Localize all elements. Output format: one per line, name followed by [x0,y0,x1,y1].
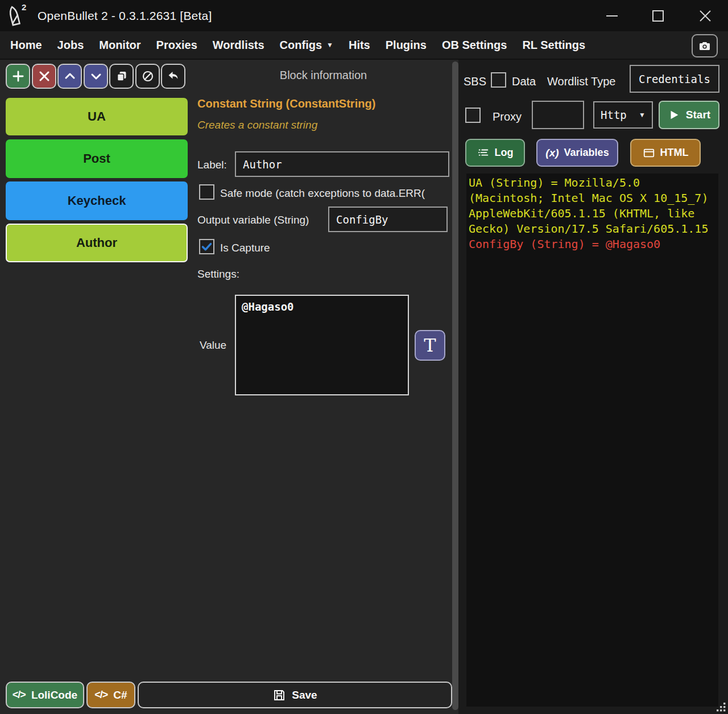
menu-ob-settings[interactable]: OB Settings [442,39,507,52]
title-bar: 2 OpenBullet 2 - 0.3.1.2631 [Beta] [0,0,728,31]
play-icon [668,109,680,121]
clone-block-button[interactable] [109,64,134,89]
move-block-up-button[interactable] [57,64,82,89]
menu-bar: Home Jobs Monitor Proxies Wordlists Conf… [0,31,728,60]
output-variable-input[interactable] [328,207,448,232]
is-capture-caption: Is Capture [220,242,270,254]
save-icon [272,688,286,702]
safe-mode-checkbox[interactable] [199,184,214,200]
menu-monitor[interactable]: Monitor [99,39,140,52]
sbs-data-checkbox[interactable] [491,72,506,88]
copy-icon [115,69,129,83]
data-caption: Data [512,75,536,88]
log-line-capture: UA (String) = Mozilla/5.0 (Macintosh; In… [469,175,718,237]
proxy-caption: Proxy [493,110,522,123]
start-button[interactable]: Start [659,101,719,129]
plus-icon [11,69,26,84]
html-tab-button[interactable]: HTML [630,139,701,167]
maximize-icon [651,9,665,23]
minimize-button[interactable] [599,0,625,31]
svg-text:2: 2 [22,2,26,12]
proxy-checkbox[interactable] [465,108,481,123]
chevron-down-icon: ▼ [326,41,333,49]
block-slash-icon [141,69,155,83]
screenshot-button[interactable] [692,34,718,57]
settings-caption: Settings: [197,268,239,280]
window-title: OpenBullet 2 - 0.3.1.2631 [Beta] [38,9,212,23]
x-icon [38,69,51,83]
resize-grip-icon[interactable] [715,701,726,712]
safe-mode-caption: Safe mode (catch exceptions to data.ERR( [220,187,449,200]
add-block-button[interactable] [6,64,30,89]
check-icon [201,241,213,253]
menu-hits[interactable]: Hits [349,39,370,52]
value-textarea[interactable]: @Hagaso0 [235,295,409,395]
proxy-input[interactable] [532,101,584,129]
wordlist-type-caption: Wordlist Type [547,75,615,88]
app-logo-icon: 2 [5,2,30,30]
stacker-panel: UA Post Keycheck Author Block informatio… [0,60,452,714]
menu-wordlists[interactable]: Wordlists [213,39,264,52]
wordlist-type-select[interactable]: Credentials [630,65,719,93]
chevron-down-icon [89,69,103,83]
debugger-log-output[interactable]: UA (String) = Mozilla/5.0 (Macintosh; In… [466,174,718,707]
chevron-down-icon: ▼ [639,111,646,119]
delete-block-button[interactable] [32,64,56,89]
camera-icon [697,39,712,53]
block-item-keycheck[interactable]: Keycheck [6,181,188,220]
close-button[interactable] [692,0,718,31]
debugger-panel: SBS Data Wordlist Type Credentials Proxy… [458,60,728,714]
chevron-up-icon [63,69,77,83]
undo-button[interactable] [161,64,185,89]
menu-home[interactable]: Home [10,39,42,52]
undo-arrow-icon [167,69,180,83]
menu-plugins[interactable]: Plugins [386,39,427,52]
csharp-button[interactable]: </> C# [86,682,135,708]
log-line-marked: ConfigBy (String) = @Hagaso0 [469,237,718,252]
output-variable-caption: Output variable (String) [197,214,309,226]
log-tab-button[interactable]: Log [465,139,525,167]
variables-icon: (x) [545,147,559,159]
block-item-post[interactable]: Post [6,139,188,178]
value-caption: Value [200,339,226,352]
code-icon: </> [13,689,26,701]
label-input[interactable] [235,151,449,177]
maximize-button[interactable] [645,0,671,31]
panel-divider-scrollbar[interactable] [452,61,458,710]
menu-proxies[interactable]: Proxies [156,39,197,52]
menu-rl-settings[interactable]: RL Settings [522,39,585,52]
block-type-description: Creates a constant string [197,119,317,131]
block-item-author-selected[interactable]: Author [6,224,188,262]
code-icon: </> [94,689,107,701]
block-type-title: Constant String (ConstantString) [197,97,375,110]
save-button[interactable]: Save [138,682,452,708]
is-capture-checkbox[interactable] [199,239,214,254]
interpolation-mode-button[interactable]: T [415,330,445,361]
sbs-caption: SBS [464,75,486,88]
menu-configs[interactable]: Configs ▼ [280,39,333,52]
minimize-icon [605,9,619,23]
lolicode-button[interactable]: </> LoliCode [6,682,84,708]
browser-window-icon [643,147,655,159]
proxy-type-select[interactable]: Http ▼ [593,101,653,129]
text-mode-icon: T [424,335,436,356]
log-list-icon [477,147,490,159]
disable-block-button[interactable] [135,64,160,89]
menu-jobs[interactable]: Jobs [57,39,84,52]
label-caption: Label: [197,159,227,171]
variables-tab-button[interactable]: (x) Variables [536,139,618,167]
block-information-header: Block information [197,69,449,82]
close-icon [698,9,713,23]
block-item-ua[interactable]: UA [6,98,188,135]
move-block-down-button[interactable] [84,64,108,89]
